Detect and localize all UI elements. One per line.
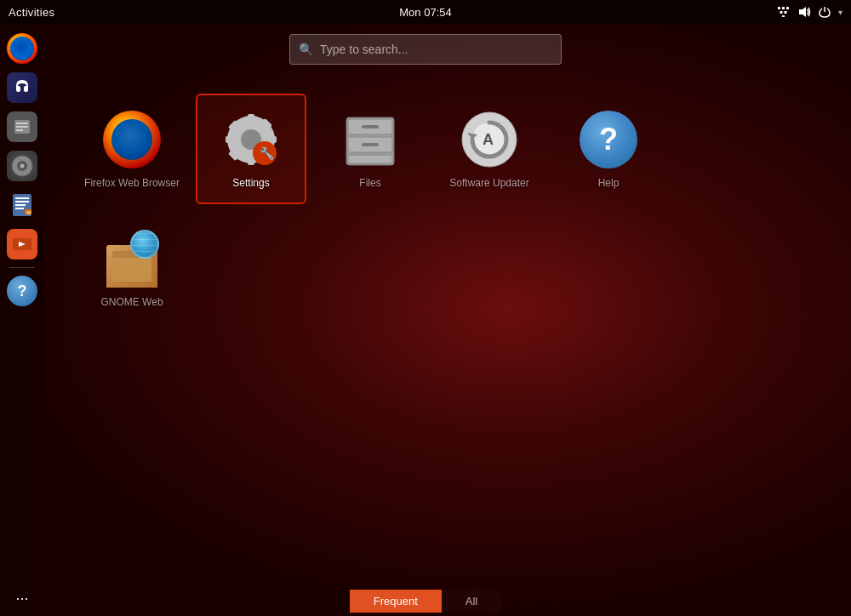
svg-rect-17 [15,204,26,206]
tab-all[interactable]: All [442,590,501,613]
sidebar-item-files[interactable] [4,109,40,145]
headphones-icon [7,72,37,103]
svg-point-13 [20,164,25,168]
sidebar-item-writer[interactable]: W [4,187,40,223]
writer-icon: W [7,190,37,220]
svg-rect-1 [782,7,785,9]
sidebar-item-disks[interactable] [4,148,40,184]
search-bar[interactable]: 🔍 [289,34,562,65]
svg-rect-16 [15,201,29,202]
search-input[interactable] [320,43,552,56]
files-label: Files [359,177,380,189]
help-small-icon: ? [7,276,37,306]
network-icon[interactable] [777,5,791,19]
sidebar-item-help[interactable]: ? [4,273,40,309]
svg-rect-2 [786,7,789,9]
svg-rect-4 [785,11,787,14]
clock: Mon 07:54 [399,6,451,19]
svg-rect-10 [16,129,23,131]
firefox-label: Firefox Web Browser [84,177,180,189]
svg-rect-40 [348,155,392,163]
app-item-help[interactable]: ? Help [553,94,664,204]
svg-rect-18 [15,208,24,209]
svg-rect-3 [780,11,783,14]
svg-rect-5 [782,15,785,17]
firefox-app-icon [103,111,161,168]
system-tray: ▾ [777,5,842,19]
sidebar-separator [9,267,35,268]
svg-text:A: A [483,131,494,148]
settings-label: Settings [232,177,269,189]
app-grid: Firefox Web Browser [51,77,851,582]
app-item-globe[interactable]: GNOME Web [77,213,187,323]
search-icon: 🔍 [299,43,313,56]
settings-app-icon: 🔧 [222,111,280,168]
svg-rect-9 [16,126,28,128]
svg-rect-25 [248,114,254,124]
svg-rect-37 [362,125,379,128]
help-app-icon: ? [580,111,637,168]
globe-app-icon [103,230,161,288]
power-arrow-icon[interactable]: ▾ [838,8,842,17]
app-row-1: Firefox Web Browser [77,94,664,204]
globe-icon-wrapper [101,228,163,289]
app-item-files[interactable]: Files [315,94,426,204]
topbar: Activities Mon 07:54 [0,0,851,24]
svg-text:W: W [26,210,31,215]
bottom-tabs: Frequent All [0,585,851,616]
activities-button[interactable]: Activities [9,6,54,19]
sidebar-item-firefox[interactable] [4,31,40,66]
firefox-small-icon [7,33,37,64]
firefox-icon-wrapper [101,109,163,170]
power-icon[interactable] [818,5,831,19]
svg-rect-0 [778,7,780,9]
app-item-firefox[interactable]: Firefox Web Browser [77,94,187,204]
app-item-updater[interactable]: A Software Updater [434,94,545,204]
sidebar: W ? ··· [0,24,44,616]
svg-rect-8 [16,123,28,124]
files-small-icon [7,111,37,142]
sidebar-item-headphones[interactable] [4,70,40,106]
settings-icon-wrapper: 🔧 [220,109,282,170]
help-icon-wrapper: ? [578,109,639,170]
app-row-2: GNOME Web [77,213,187,323]
disk-icon [7,151,37,181]
volume-icon[interactable] [797,5,811,19]
updater-label: Software Updater [449,177,528,189]
globe-label: GNOME Web [100,296,163,308]
software-icon [7,229,37,260]
svg-marker-6 [799,7,806,17]
svg-rect-15 [15,197,29,199]
svg-rect-39 [362,143,379,146]
app-item-settings[interactable]: 🔧 Settings [196,94,306,204]
help-label: Help [598,177,620,189]
updater-icon-wrapper: A [459,109,520,170]
sidebar-item-software[interactable] [4,226,40,262]
files-icon-wrapper [340,109,401,170]
svg-rect-27 [226,136,236,143]
tab-frequent[interactable]: Frequent [350,590,442,613]
svg-text:🔧: 🔧 [260,146,275,161]
